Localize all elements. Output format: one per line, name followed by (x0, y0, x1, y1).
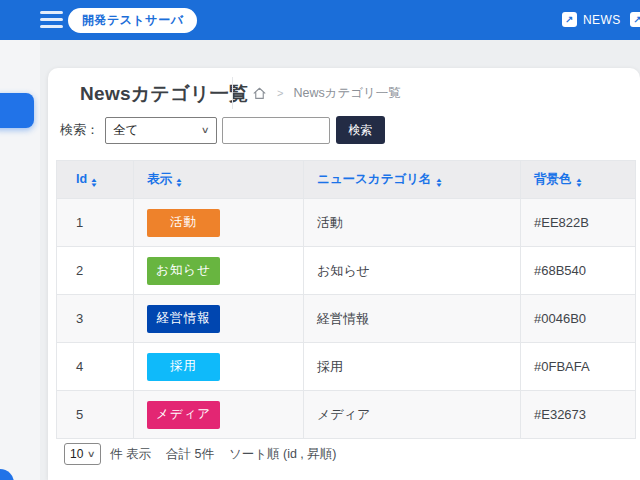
search-filter-value: 全て (113, 122, 138, 139)
cell-display: お知らせ (134, 247, 304, 295)
table-row: 5 メディア メディア #E32673 (57, 391, 636, 439)
cell-color: #0046B0 (521, 295, 636, 343)
cell-color: #68B540 (521, 247, 636, 295)
sidebar (0, 40, 40, 480)
table-row: 1 活動 活動 #EE822B (57, 199, 636, 247)
category-badge: 活動 (147, 209, 220, 237)
sort-icon: ▲▼ (436, 178, 442, 188)
cell-color: #E32673 (521, 391, 636, 439)
breadcrumb-separator-icon: > (277, 87, 283, 99)
chevron-down-icon: ∨ (201, 125, 210, 135)
cell-id: 3 (57, 295, 134, 343)
column-header-name[interactable]: ニュースカテゴリ名▲▼ (304, 161, 521, 199)
table-row: 4 採用 採用 #0FBAFA (57, 343, 636, 391)
column-header-color[interactable]: 背景色▲▼ (521, 161, 636, 199)
search-bar: 検索： 全て ∨ 検索 (60, 116, 385, 144)
cell-name: 採用 (304, 343, 521, 391)
sort-icon: ▲▼ (91, 178, 97, 188)
external-link-icon: ↗ (562, 12, 577, 27)
breadcrumb-current: Newsカテゴリ一覧 (293, 85, 400, 102)
per-page-select[interactable]: 10 ∨ (64, 443, 101, 465)
sidebar-active-item[interactable] (0, 93, 34, 128)
cell-display: 採用 (134, 343, 304, 391)
title-divider (232, 77, 233, 109)
column-header-display[interactable]: 表示▲▼ (134, 161, 304, 199)
cell-display: メディア (134, 391, 304, 439)
cell-id: 4 (57, 343, 134, 391)
cell-id: 2 (57, 247, 134, 295)
table-row: 2 お知らせ お知らせ #68B540 (57, 247, 636, 295)
cell-name: 活動 (304, 199, 521, 247)
environment-badge: 開発テストサーバ (68, 8, 197, 33)
category-badge: 採用 (147, 353, 220, 381)
search-input[interactable] (222, 117, 330, 144)
table-row: 3 経営情報 経営情報 #0046B0 (57, 295, 636, 343)
table-footer: 10 ∨ 件 表示 合計 5件 ソート順 (id , 昇順) (64, 443, 336, 465)
cell-name: お知らせ (304, 247, 521, 295)
sidebar-bottom-button[interactable] (0, 469, 14, 480)
category-badge: お知らせ (147, 257, 220, 285)
breadcrumb: > Newsカテゴリ一覧 (252, 81, 401, 105)
hamburger-menu-icon[interactable] (40, 11, 63, 28)
search-button[interactable]: 検索 (336, 116, 385, 144)
cell-color: #EE822B (521, 199, 636, 247)
cell-name: メディア (304, 391, 521, 439)
category-table-body: 1 活動 活動 #EE822B 2 お知らせ お知らせ #68B540 3 経営… (57, 199, 636, 439)
total-count-label: 合計 5件 (166, 446, 214, 463)
per-page-value: 10 (70, 447, 83, 461)
news-external-link[interactable]: ↗ NEWS (562, 12, 621, 27)
category-badge: 経営情報 (147, 305, 220, 333)
top-navbar: 開発テストサーバ ↗ NEWS ↗ (0, 0, 640, 40)
search-filter-select[interactable]: 全て ∨ (105, 117, 217, 144)
cell-display: 経営情報 (134, 295, 304, 343)
home-icon[interactable] (252, 86, 267, 101)
sort-order-label: ソート順 (id , 昇順) (229, 446, 337, 463)
table-header-row: Id▲▼ 表示▲▼ ニュースカテゴリ名▲▼ 背景色▲▼ (57, 161, 636, 199)
category-badge: メディア (147, 401, 220, 429)
cell-id: 1 (57, 199, 134, 247)
sort-icon: ▲▼ (576, 178, 582, 188)
news-link-label: NEWS (583, 13, 621, 27)
external-link-icon-secondary[interactable]: ↗ (630, 12, 640, 27)
content-card: Newsカテゴリ一覧 > Newsカテゴリ一覧 検索： 全て ∨ 検索 Id▲▼ (48, 68, 640, 480)
cell-display: 活動 (134, 199, 304, 247)
search-label: 検索： (60, 121, 99, 139)
chevron-down-icon: ∨ (87, 449, 96, 459)
category-table: Id▲▼ 表示▲▼ ニュースカテゴリ名▲▼ 背景色▲▼ 1 活動 活動 #EE8… (56, 160, 635, 439)
page-title: Newsカテゴリ一覧 (80, 81, 248, 107)
column-header-id[interactable]: Id▲▼ (57, 161, 134, 199)
cell-color: #0FBAFA (521, 343, 636, 391)
sort-icon: ▲▼ (176, 178, 182, 188)
per-page-label: 件 表示 (110, 446, 151, 463)
cell-id: 5 (57, 391, 134, 439)
cell-name: 経営情報 (304, 295, 521, 343)
